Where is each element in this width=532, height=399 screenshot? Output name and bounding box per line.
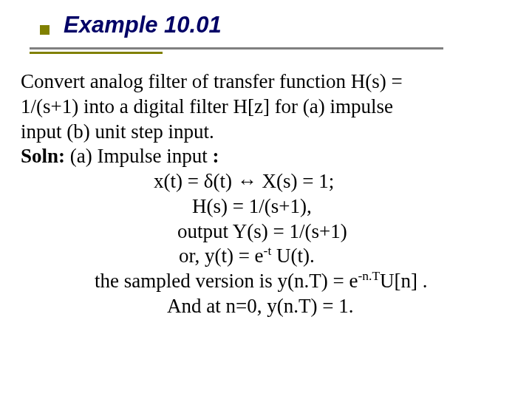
body-line-8b: U(t).: [271, 245, 314, 267]
body-line-3: input (b) unit step input.: [21, 120, 514, 145]
body-line-8: or, y(t) = e-t U(t).: [21, 244, 514, 269]
body-line-4: Soln: (a) Impulse input :: [21, 144, 514, 169]
body-line-2: 1/(s+1) into a digital filter H[z] for (…: [21, 95, 514, 120]
body-line-9-sup: -n.T: [358, 268, 380, 283]
body-line-1: Convert analog filter of transfer functi…: [21, 69, 514, 95]
slide-title: Example 10.01: [64, 12, 222, 38]
title-underline-gray: [30, 47, 443, 50]
body-line-10: And at n=0, y(n.T) = 1.: [21, 294, 514, 319]
body-line-6: H(s) = 1/(s+1),: [21, 194, 514, 219]
body-line-8-sup: -t: [264, 243, 272, 258]
slide-body: Convert analog filter of transfer functi…: [21, 69, 514, 319]
body-line-7: output Y(s) = 1/(s+1): [21, 219, 514, 245]
slide: Example 10.01 Convert analog filter of t…: [0, 0, 532, 399]
body-line-9: the sampled version is y(n.T) = e-n.TU[n…: [21, 269, 514, 294]
title-block: Example 10.01: [30, 6, 502, 52]
body-line-9b: U[n] .: [380, 270, 427, 292]
body-line-4-mid: (a) Impulse input: [65, 145, 212, 167]
title-bullet-icon: [40, 25, 50, 35]
soln-label: Soln:: [21, 145, 65, 167]
title-underline-olive: [30, 52, 163, 54]
body-line-5: x(t) = δ(t) ↔ X(s) = 1;: [21, 169, 514, 194]
body-line-8a: or, y(t) = e: [179, 245, 264, 267]
body-line-9a: the sampled version is y(n.T) = e: [95, 270, 358, 292]
body-line-4-colon: :: [213, 145, 219, 167]
